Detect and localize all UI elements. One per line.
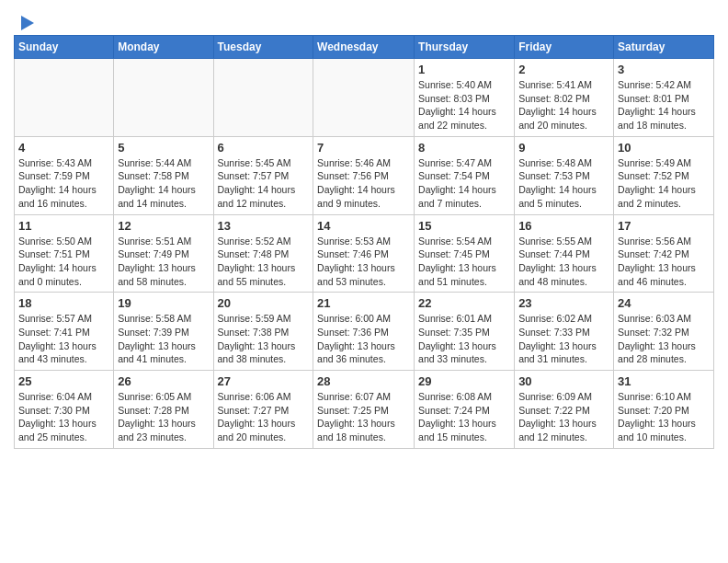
calendar-cell: 18Sunrise: 5:57 AM Sunset: 7:41 PM Dayli… xyxy=(15,293,114,371)
calendar-cell: 21Sunrise: 6:00 AM Sunset: 7:36 PM Dayli… xyxy=(313,293,415,371)
day-number: 21 xyxy=(317,296,410,310)
day-number: 19 xyxy=(118,296,209,310)
day-number: 2 xyxy=(518,63,609,76)
day-info: Sunrise: 5:43 AM Sunset: 7:59 PM Dayligh… xyxy=(18,156,109,211)
calendar-cell: 1Sunrise: 5:40 AM Sunset: 8:03 PM Daylig… xyxy=(415,59,515,137)
week-row-2: 4Sunrise: 5:43 AM Sunset: 7:59 PM Daylig… xyxy=(15,136,714,214)
day-info: Sunrise: 5:53 AM Sunset: 7:46 PM Dayligh… xyxy=(317,235,410,289)
week-row-3: 11Sunrise: 5:50 AM Sunset: 7:51 PM Dayli… xyxy=(15,214,714,293)
calendar-cell: 6Sunrise: 5:45 AM Sunset: 7:57 PM Daylig… xyxy=(213,136,313,214)
day-header-wednesday: Wednesday xyxy=(313,36,415,59)
day-number: 30 xyxy=(518,374,609,388)
calendar-cell: 3Sunrise: 5:42 AM Sunset: 8:01 PM Daylig… xyxy=(614,59,714,137)
calendar-cell: 12Sunrise: 5:51 AM Sunset: 7:49 PM Dayli… xyxy=(114,214,213,293)
day-info: Sunrise: 5:40 AM Sunset: 8:03 PM Dayligh… xyxy=(418,78,510,132)
calendar-cell: 27Sunrise: 6:06 AM Sunset: 7:27 PM Dayli… xyxy=(213,371,313,449)
day-info: Sunrise: 5:46 AM Sunset: 7:56 PM Dayligh… xyxy=(317,156,410,211)
calendar-cell xyxy=(15,59,114,137)
calendar-cell: 30Sunrise: 6:09 AM Sunset: 7:22 PM Dayli… xyxy=(515,371,614,449)
calendar-cell xyxy=(213,59,313,137)
calendar-cell: 20Sunrise: 5:59 AM Sunset: 7:38 PM Dayli… xyxy=(213,293,313,371)
calendar-cell: 10Sunrise: 5:49 AM Sunset: 7:52 PM Dayli… xyxy=(614,136,714,214)
day-info: Sunrise: 5:41 AM Sunset: 8:02 PM Dayligh… xyxy=(518,78,609,132)
day-number: 22 xyxy=(418,296,510,310)
day-number: 13 xyxy=(218,219,310,233)
calendar-cell: 23Sunrise: 6:02 AM Sunset: 7:33 PM Dayli… xyxy=(515,293,614,371)
day-info: Sunrise: 5:51 AM Sunset: 7:49 PM Dayligh… xyxy=(118,235,209,289)
day-info: Sunrise: 5:57 AM Sunset: 7:41 PM Dayligh… xyxy=(18,312,109,366)
day-number: 1 xyxy=(418,63,510,76)
calendar-cell: 26Sunrise: 6:05 AM Sunset: 7:28 PM Dayli… xyxy=(114,371,213,449)
day-header-tuesday: Tuesday xyxy=(213,36,313,59)
week-row-5: 25Sunrise: 6:04 AM Sunset: 7:30 PM Dayli… xyxy=(15,371,714,449)
calendar-cell: 11Sunrise: 5:50 AM Sunset: 7:51 PM Dayli… xyxy=(15,214,114,293)
day-number: 17 xyxy=(618,219,710,233)
day-info: Sunrise: 6:07 AM Sunset: 7:25 PM Dayligh… xyxy=(317,390,410,444)
day-number: 4 xyxy=(18,141,109,155)
calendar-cell: 29Sunrise: 6:08 AM Sunset: 7:24 PM Dayli… xyxy=(415,371,515,449)
week-row-1: 1Sunrise: 5:40 AM Sunset: 8:03 PM Daylig… xyxy=(15,59,714,137)
day-header-monday: Monday xyxy=(114,36,213,59)
day-info: Sunrise: 6:09 AM Sunset: 7:22 PM Dayligh… xyxy=(518,390,609,444)
day-header-sunday: Sunday xyxy=(15,36,114,59)
day-info: Sunrise: 5:59 AM Sunset: 7:38 PM Dayligh… xyxy=(218,312,310,366)
calendar-cell: 14Sunrise: 5:53 AM Sunset: 7:46 PM Dayli… xyxy=(313,214,415,293)
day-number: 26 xyxy=(118,374,209,388)
day-info: Sunrise: 6:10 AM Sunset: 7:20 PM Dayligh… xyxy=(618,390,710,444)
day-info: Sunrise: 6:02 AM Sunset: 7:33 PM Dayligh… xyxy=(518,312,609,366)
day-number: 18 xyxy=(18,296,109,310)
calendar-cell: 4Sunrise: 5:43 AM Sunset: 7:59 PM Daylig… xyxy=(15,136,114,214)
day-header-row: SundayMondayTuesdayWednesdayThursdayFrid… xyxy=(15,36,714,59)
day-number: 14 xyxy=(317,219,410,233)
day-number: 29 xyxy=(418,374,510,388)
day-info: Sunrise: 5:44 AM Sunset: 7:58 PM Dayligh… xyxy=(118,156,209,211)
day-number: 27 xyxy=(218,374,310,388)
day-number: 31 xyxy=(618,374,710,388)
day-info: Sunrise: 5:55 AM Sunset: 7:44 PM Dayligh… xyxy=(518,235,609,289)
logo xyxy=(14,9,36,29)
day-info: Sunrise: 5:47 AM Sunset: 7:54 PM Dayligh… xyxy=(418,156,510,211)
day-info: Sunrise: 5:52 AM Sunset: 7:48 PM Dayligh… xyxy=(218,235,310,289)
day-info: Sunrise: 5:42 AM Sunset: 8:01 PM Dayligh… xyxy=(618,78,710,132)
day-number: 6 xyxy=(218,141,310,155)
calendar-cell: 2Sunrise: 5:41 AM Sunset: 8:02 PM Daylig… xyxy=(515,59,614,137)
logo-triangle-icon xyxy=(16,13,36,33)
day-info: Sunrise: 6:05 AM Sunset: 7:28 PM Dayligh… xyxy=(118,390,209,444)
calendar-cell: 17Sunrise: 5:56 AM Sunset: 7:42 PM Dayli… xyxy=(614,214,714,293)
day-info: Sunrise: 5:50 AM Sunset: 7:51 PM Dayligh… xyxy=(18,235,109,289)
day-number: 11 xyxy=(18,219,109,233)
calendar-cell: 13Sunrise: 5:52 AM Sunset: 7:48 PM Dayli… xyxy=(213,214,313,293)
day-number: 9 xyxy=(518,141,609,155)
calendar-cell: 16Sunrise: 5:55 AM Sunset: 7:44 PM Dayli… xyxy=(515,214,614,293)
day-number: 15 xyxy=(418,219,510,233)
svg-marker-0 xyxy=(21,16,34,30)
day-number: 10 xyxy=(618,141,710,155)
day-info: Sunrise: 6:04 AM Sunset: 7:30 PM Dayligh… xyxy=(18,390,109,444)
day-info: Sunrise: 5:48 AM Sunset: 7:53 PM Dayligh… xyxy=(518,156,609,211)
calendar-cell: 19Sunrise: 5:58 AM Sunset: 7:39 PM Dayli… xyxy=(114,293,213,371)
calendar-cell: 25Sunrise: 6:04 AM Sunset: 7:30 PM Dayli… xyxy=(15,371,114,449)
calendar-cell: 28Sunrise: 6:07 AM Sunset: 7:25 PM Dayli… xyxy=(313,371,415,449)
header xyxy=(14,9,714,29)
day-number: 3 xyxy=(618,63,710,76)
day-number: 24 xyxy=(618,296,710,310)
day-header-friday: Friday xyxy=(515,36,614,59)
day-info: Sunrise: 5:49 AM Sunset: 7:52 PM Dayligh… xyxy=(618,156,710,211)
week-row-4: 18Sunrise: 5:57 AM Sunset: 7:41 PM Dayli… xyxy=(15,293,714,371)
calendar-cell: 15Sunrise: 5:54 AM Sunset: 7:45 PM Dayli… xyxy=(415,214,515,293)
calendar-cell: 24Sunrise: 6:03 AM Sunset: 7:32 PM Dayli… xyxy=(614,293,714,371)
calendar-cell: 22Sunrise: 6:01 AM Sunset: 7:35 PM Dayli… xyxy=(415,293,515,371)
day-header-saturday: Saturday xyxy=(614,36,714,59)
calendar-cell: 5Sunrise: 5:44 AM Sunset: 7:58 PM Daylig… xyxy=(114,136,213,214)
day-number: 12 xyxy=(118,219,209,233)
day-number: 28 xyxy=(317,374,410,388)
day-number: 23 xyxy=(518,296,609,310)
calendar-cell: 8Sunrise: 5:47 AM Sunset: 7:54 PM Daylig… xyxy=(415,136,515,214)
day-info: Sunrise: 5:56 AM Sunset: 7:42 PM Dayligh… xyxy=(618,235,710,289)
calendar-cell xyxy=(114,59,213,137)
calendar-table: SundayMondayTuesdayWednesdayThursdayFrid… xyxy=(14,35,714,449)
day-info: Sunrise: 6:08 AM Sunset: 7:24 PM Dayligh… xyxy=(418,390,510,444)
day-number: 20 xyxy=(218,296,310,310)
day-info: Sunrise: 5:54 AM Sunset: 7:45 PM Dayligh… xyxy=(418,235,510,289)
day-info: Sunrise: 6:03 AM Sunset: 7:32 PM Dayligh… xyxy=(618,312,710,366)
